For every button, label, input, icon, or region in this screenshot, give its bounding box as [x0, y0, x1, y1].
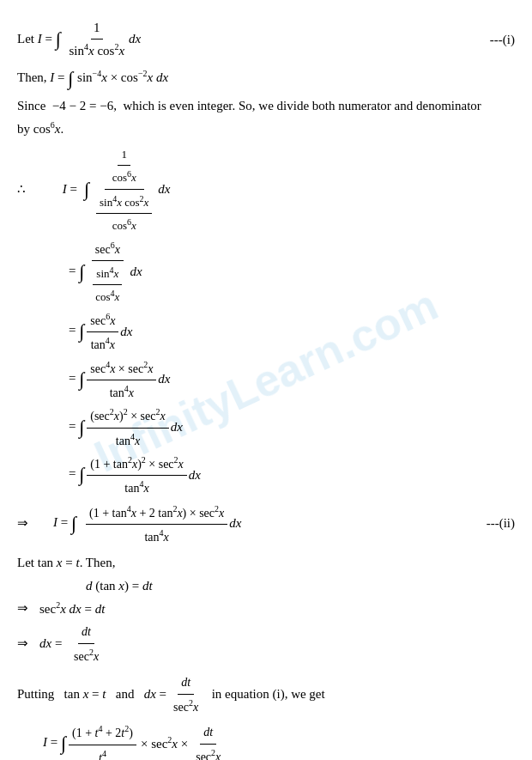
let-tanx: Let tan x = t. Then,	[17, 553, 515, 573]
therefore-symbol: ∴	[17, 179, 33, 199]
since-text: Since −4 − 2 = −6, which is even integer…	[17, 96, 515, 116]
eq-label-i-first: ---(i)	[490, 30, 515, 50]
putting-text-start: Putting tan x = t and dx =	[17, 684, 166, 704]
step2: = ∫ sec6x tan4x dx	[17, 309, 515, 355]
i-eq2: I = ∫	[33, 509, 84, 538]
equals-sign4: = ∫	[69, 413, 85, 442]
by-cos6x: by cos6x.	[17, 119, 515, 139]
i-eq3: I = ∫	[43, 729, 67, 758]
let-i-text: Let I = ∫ 1 sin4x cos2x dx	[17, 18, 141, 62]
sec2x-eq: ⇒ sec2x dx = dt	[17, 599, 515, 619]
putting-text: Putting tan x = t and dx = dt sec2x in e…	[17, 672, 515, 716]
by-cos6x-text: by cos6x.	[17, 119, 63, 139]
dx-eq-row: ⇒ dx = dt sec2x	[17, 622, 515, 666]
therefore-block: ∴ I = ∫ 1 cos6x sin4x cos2x cos6x dx	[17, 144, 515, 235]
d-tanx: d (tan x) = dt	[17, 576, 515, 596]
let-tanx-text: Let tan x = t. Then,	[17, 553, 115, 573]
step1: = ∫ sec6x sin4x cos4x dx	[17, 238, 515, 307]
sec2x-dx-text: sec2x dx = dt	[33, 599, 105, 619]
implies1: ⇒	[17, 514, 33, 533]
implies2: ⇒	[17, 599, 33, 618]
then-i-text: Then, I = ∫ sin−4x × cos−2x dx	[17, 64, 168, 94]
implies3: ⇒	[17, 634, 33, 654]
equals-sign3: = ∫	[69, 365, 85, 394]
integral-step1: I = ∫ (1 + t4 + 2t2) t4 × sec2x × dt sec…	[17, 721, 515, 760]
since-line: Since −4 − 2 = −6, which is even integer…	[17, 96, 481, 116]
step4: = ∫ (sec2x)2 × sec2x tan4x dx	[17, 404, 515, 450]
eq-label-ii: ---(ii)	[480, 514, 515, 533]
d-tanx-text: d (tan x) = dt	[86, 576, 153, 596]
equation-line2: Then, I = ∫ sin−4x × cos−2x dx	[17, 64, 515, 94]
putting-text-end: in equation (i), we get	[205, 684, 325, 704]
equals-sign1: = ∫	[69, 258, 85, 287]
step6-row: ⇒ I = ∫ (1 + tan4x + 2 tan2x) × sec2x ta…	[17, 502, 515, 547]
main-content: Let I = ∫ 1 sin4x cos2x dx ---(i) Then, …	[17, 18, 515, 760]
step3: = ∫ sec4x × sec2x tan4x dx	[17, 357, 515, 403]
step5: = ∫ (1 + tan2x)2 × sec2x tan4x dx	[17, 453, 515, 498]
equation-line1: Let I = ∫ 1 sin4x cos2x dx ---(i)	[17, 18, 515, 62]
equals-sign2: = ∫	[69, 317, 85, 346]
equals-sign5: = ∫	[69, 460, 85, 489]
i-equals: I =	[33, 179, 84, 199]
dx-eq-text: dx =	[33, 634, 69, 654]
